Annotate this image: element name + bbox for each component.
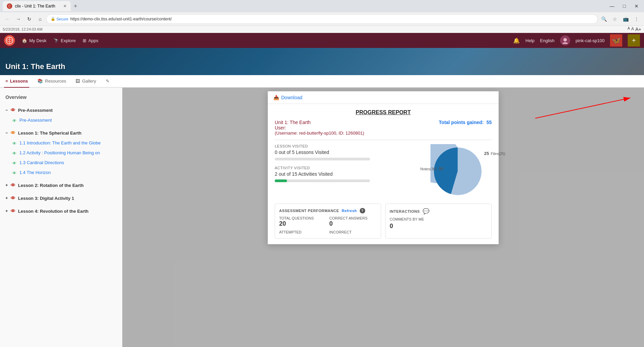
apps-icon: ⊞ [83, 38, 86, 43]
tab-favicon: C [7, 3, 12, 9]
sidebar-item-1-4[interactable]: 👁 1.4 The Horizon [0, 168, 122, 178]
eye-icon-lesson2: 👁 [11, 183, 15, 188]
total-questions-col: TOTAL QUESTIONS 20 [279, 216, 327, 227]
assessment-card: ASSESSMENT PERFORMANCE Refresh ? TOTAL Q… [275, 204, 381, 239]
menu-button[interactable]: ⋮ [632, 14, 641, 24]
activity-visited-label: ACTIVITY VISITED [275, 166, 417, 170]
my-desk-nav[interactable]: 🏠 My Desk [22, 38, 47, 43]
font-size-large[interactable]: A+ [635, 27, 641, 32]
sidebar-item-pre-assessment[interactable]: 👁 Pre-Assessment [0, 116, 122, 125]
divider [275, 140, 492, 140]
svg-point-2 [563, 38, 567, 41]
font-size-medium[interactable]: A [631, 27, 634, 32]
username-field: (Username: red-butterfly-sp100, ID: 1260… [275, 131, 364, 136]
download-link[interactable]: Download [281, 95, 302, 100]
search-button[interactable]: 🔍 [599, 14, 609, 24]
tab-resources[interactable]: 📚 Resources [36, 75, 67, 88]
main-layout: Overview − 👁 Pre-Assessment 👁 Pre-Assess… [0, 88, 644, 347]
overlay-backdrop: To see your Buddy's Progress Report, cli… [122, 88, 644, 347]
pie-chart-overlay [430, 144, 485, 198]
progress-report-content: PROGRESS REPORT Unit 1: The Earth User: … [268, 104, 498, 244]
lesson-visited-value: 0 out of 5 Lessons Visited [275, 150, 417, 155]
back-button[interactable]: ← [3, 14, 12, 24]
stats-right: Notes(30) 30 25 Files(25) [424, 144, 492, 199]
sidebar-item-1-1[interactable]: 👁 1.1 Introduction: The Earth and the Gl… [0, 138, 122, 148]
content-area: To see your Buddy's Progress Report, cli… [122, 88, 644, 347]
desk-icon: 🏠 [22, 38, 27, 43]
incorrect-label: INCORRECT [329, 230, 377, 234]
hero-banner: Unit 1: The Earth [0, 48, 644, 75]
forward-button[interactable]: → [14, 14, 23, 24]
total-questions-value: 20 [279, 220, 327, 227]
activity-visited-value: 2 out of 15 Activities Visited [275, 171, 417, 177]
files-label: 25 Files(25) [484, 151, 505, 156]
sidebar-overview: Overview [0, 92, 122, 103]
minimize-button[interactable]: — [607, 1, 617, 11]
app-header-right: 🔔 Help English pink-cat-sp100 🦋 + [513, 34, 640, 47]
svg-line-4 [535, 98, 630, 118]
attempted-label: ATTEMPTED [279, 230, 327, 234]
apps-nav[interactable]: ⊞ Apps [83, 38, 99, 43]
hero-title: Unit 1: The Earth [5, 62, 65, 71]
address-text: https://demo-clix.tiss.edu/ast-unit1-ear… [70, 17, 172, 21]
notification-bell[interactable]: 🔔 [513, 37, 520, 44]
eye-icon-1-3: 👁 [12, 161, 17, 166]
sidebar-item-1-2[interactable]: 👁 1.2 Activity : Positioning Human Being… [0, 148, 122, 158]
edit-icon: ✎ [106, 79, 109, 84]
total-questions-label: TOTAL QUESTIONS [279, 216, 327, 220]
correct-answers-col: CORRECT ANSWERS 0 [329, 216, 377, 227]
close-window-button[interactable]: ✕ [632, 1, 641, 11]
secure-badge: 🔒 Secure [51, 17, 68, 21]
maximize-button[interactable]: □ [620, 1, 629, 11]
assessment-section: ASSESSMENT PERFORMANCE Refresh ? TOTAL Q… [275, 204, 492, 239]
tab-title: clix - Unit 1: The Earth [15, 4, 55, 8]
download-icon: 📥 [273, 95, 279, 100]
lesson-visited-label: LESSON VISITED [275, 144, 417, 148]
tab-gallery[interactable]: 🖼 Gallery [74, 75, 97, 88]
help-icon[interactable]: ? [360, 208, 365, 213]
browser-chrome: C clix - Unit 1: The Earth ✕ + — □ ✕ ← →… [0, 0, 644, 33]
eye-icon-orange: 👁 [11, 130, 15, 136]
chat-icon: 💬 [423, 208, 430, 214]
pre-assessment-header[interactable]: − 👁 Pre-Assessment [0, 105, 122, 116]
sidebar: Overview − 👁 Pre-Assessment 👁 Pre-Assess… [0, 88, 122, 347]
report-info-row: Unit 1: The Earth User: (Username: red-b… [275, 120, 492, 136]
browser-tab[interactable]: C clix - Unit 1: The Earth ✕ [3, 1, 71, 11]
close-tab-button[interactable]: ✕ [63, 4, 67, 8]
collapse-icon: − [5, 108, 8, 112]
new-tab-button[interactable]: + [71, 1, 80, 11]
refresh-button[interactable]: Refresh [342, 209, 357, 213]
explore-icon: 🔭 [53, 38, 59, 43]
lesson4-header[interactable]: + 👁 Lesson 4: Revolution of the Earth [0, 206, 122, 216]
explore-nav[interactable]: 🔭 Explore [53, 38, 76, 43]
username-label: pink-cat-sp100 [576, 38, 605, 43]
home-button[interactable]: ⌂ [35, 14, 45, 24]
lesson1-header[interactable]: − 👁 Lesson 1: The Spherical Earth [0, 127, 122, 138]
address-bar[interactable]: 🔒 Secure https://demo-clix.tiss.edu/ast-… [46, 14, 598, 24]
buddy-icon[interactable] [560, 35, 570, 46]
sidebar-section-lesson4: + 👁 Lesson 4: Revolution of the Earth [0, 206, 122, 216]
help-link[interactable]: Help [525, 38, 535, 43]
eye-icon-lesson4: 👁 [11, 208, 15, 214]
cast-button[interactable]: 📺 [621, 14, 630, 24]
tab-extra[interactable]: ✎ [104, 75, 111, 88]
timestamp: 5/23/2018, 12:24:03 AM [3, 27, 43, 31]
browser-actions: 🔍 ☆ 📺 ⋮ [599, 14, 641, 24]
assessment-title: ASSESSMENT PERFORMANCE Refresh ? [279, 208, 377, 213]
butterfly-icon: 🦋 [610, 34, 622, 47]
tab-lessons[interactable]: ≡ Lessons [4, 75, 29, 88]
add-button[interactable]: + [628, 34, 640, 47]
pie-chart-container: Notes(30) 30 25 Files(25) [430, 144, 485, 199]
lesson2-header[interactable]: + 👁 Lesson 2: Rotation of the Earth [0, 180, 122, 191]
bookmark-button[interactable]: ☆ [610, 14, 620, 24]
lesson3-header[interactable]: + 👁 Lesson 3: Digital Activity 1 [0, 193, 122, 204]
sidebar-item-1-3[interactable]: 👁 1.3 Cardinal Directions [0, 158, 122, 168]
app-logo [4, 35, 15, 46]
total-points: Total points gained: 55 [439, 120, 492, 125]
reload-button[interactable]: ↻ [24, 14, 34, 24]
language-selector[interactable]: English [540, 38, 555, 43]
sidebar-section-lesson3: + 👁 Lesson 3: Digital Activity 1 [0, 193, 122, 204]
comments-label: COMMENTS BY ME [390, 217, 487, 221]
font-size-small[interactable]: A [628, 27, 630, 32]
browser-titlebar: C clix - Unit 1: The Earth ✕ + — □ ✕ [0, 0, 644, 12]
